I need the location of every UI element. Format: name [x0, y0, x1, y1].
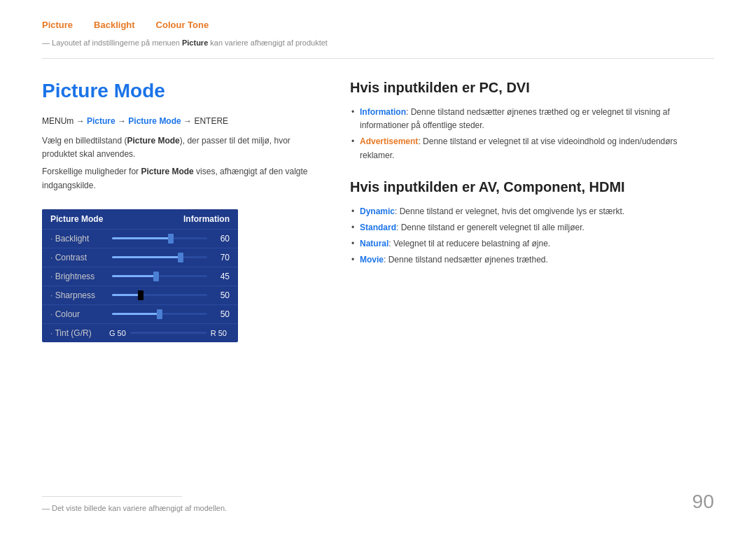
menu-path-highlight2: Picture Mode	[128, 116, 181, 126]
panel-row-sharpness: Sharpness 50	[42, 286, 238, 304]
backlight-value: 60	[213, 234, 230, 244]
contrast-label: Contrast	[50, 253, 106, 262]
description-1: Vælg en billedtilstand (Picture Mode), d…	[42, 134, 308, 161]
top-nav: Picture Backlight Colour Tone	[0, 0, 756, 36]
av-bullet-3: Natural: Velegnet til at reducere belast…	[350, 237, 714, 251]
av-term-3: Natural	[360, 239, 388, 248]
av-bullet-1: Dynamic: Denne tilstand er velegnet, hvi…	[350, 205, 714, 218]
tint-controls[interactable]: G 50 R 50	[106, 329, 230, 337]
contrast-slider[interactable]	[112, 256, 207, 258]
breadcrumb-note: — Layoutet af indstillingerne på menuen …	[0, 36, 756, 58]
av-term-4: Movie	[360, 255, 384, 265]
contrast-value: 70	[213, 253, 230, 262]
brightness-label: Brightness	[50, 272, 106, 281]
menu-path: MENUm → Picture → Picture Mode → ENTERE	[42, 116, 308, 126]
panel-header-info: Information	[183, 214, 230, 224]
main-content: Picture Mode MENUm → Picture → Picture M…	[0, 59, 756, 342]
av-term-1: Dynamic	[360, 206, 395, 216]
sharpness-value: 50	[213, 290, 230, 300]
av-text-2: : Denne tilstand er generelt velegnet ti…	[396, 223, 584, 232]
menu-path-highlight1: Picture	[87, 116, 115, 126]
av-bullet-4: Movie: Denne tilstand nedsætter øjnenes …	[350, 253, 714, 267]
breadcrumb-bold: Picture	[182, 38, 208, 47]
av-bullet-list: Dynamic: Denne tilstand er velegnet, hvi…	[350, 205, 714, 267]
backlight-slider[interactable]	[112, 237, 207, 239]
left-column: Picture Mode MENUm → Picture → Picture M…	[42, 80, 308, 342]
nav-item-backlight[interactable]: Backlight	[94, 20, 135, 30]
panel-header-title: Picture Mode	[50, 214, 103, 224]
av-term-2: Standard	[360, 223, 396, 232]
pc-bullet-1: Information: Denne tilstand nedsætter øj…	[350, 106, 714, 132]
bottom-divider	[42, 496, 182, 497]
pc-bullet-2: Advertisement: Denne tilstand er velegne…	[350, 135, 714, 162]
right-column: Hvis inputkilden er PC, DVI Information:…	[350, 80, 714, 342]
page-container: Picture Backlight Colour Tone — Layoutet…	[0, 0, 756, 534]
tint-label: Tint (G/R)	[50, 328, 106, 338]
panel-row-colour: Colour 50	[42, 304, 238, 323]
bottom-note-text: — Det viste billede kan variere afhængig…	[42, 504, 227, 512]
panel-header: Picture Mode Information	[42, 209, 238, 229]
menu-path-middle: →	[115, 116, 129, 126]
tint-r-value: R 50	[211, 329, 227, 337]
colour-value: 50	[213, 309, 230, 319]
tint-g-value: G 50	[109, 329, 126, 337]
nav-item-picture[interactable]: Picture	[42, 20, 73, 30]
panel-row-tint: Tint (G/R) G 50 R 50	[42, 323, 238, 342]
sharpness-label: Sharpness	[50, 290, 106, 300]
brightness-value: 45	[213, 272, 230, 281]
av-text-3: : Velegnet til at reducere belastning af…	[388, 239, 550, 248]
page-title: Picture Mode	[42, 80, 308, 102]
pc-term-2: Advertisement	[360, 136, 418, 146]
pc-bullet-list: Information: Denne tilstand nedsætter øj…	[350, 106, 714, 162]
panel-row-contrast: Contrast 70	[42, 248, 238, 267]
av-bullet-2: Standard: Denne tilstand er generelt vel…	[350, 221, 714, 234]
brightness-slider[interactable]	[112, 275, 207, 277]
breadcrumb-prefix: — Layoutet af indstillingerne på menuen	[42, 38, 182, 47]
menu-path-prefix: MENUm →	[42, 116, 87, 126]
sharpness-slider[interactable]	[112, 294, 207, 296]
bottom-note: — Det viste billede kan variere afhængig…	[42, 496, 714, 513]
tint-slider[interactable]	[130, 332, 206, 334]
pc-text-1: : Denne tilstand nedsætter øjnenes træth…	[360, 107, 670, 130]
colour-label: Colour	[50, 309, 106, 319]
colour-slider[interactable]	[112, 313, 207, 315]
description-2: Forskellige muligheder for Picture Mode …	[42, 165, 308, 192]
av-text-1: : Denne tilstand er velegnet, hvis det o…	[395, 206, 624, 216]
nav-item-colour-tone[interactable]: Colour Tone	[156, 20, 209, 30]
page-number: 90	[692, 491, 714, 513]
menu-path-suffix: → ENTERE	[181, 116, 228, 126]
av-section-title: Hvis inputkilden er AV, Component, HDMI	[350, 179, 714, 195]
panel-row-backlight: Backlight 60	[42, 229, 238, 248]
ui-panel: Picture Mode Information Backlight 60	[42, 209, 238, 342]
breadcrumb-suffix: kan variere afhængigt af produktet	[208, 38, 328, 47]
pc-section-title: Hvis inputkilden er PC, DVI	[350, 80, 714, 96]
pc-term-1: Information	[360, 107, 406, 117]
backlight-label: Backlight	[50, 234, 106, 244]
av-text-4: : Denne tilstand nedsætter øjnenes træth…	[384, 255, 548, 265]
panel-row-brightness: Brightness 45	[42, 267, 238, 286]
